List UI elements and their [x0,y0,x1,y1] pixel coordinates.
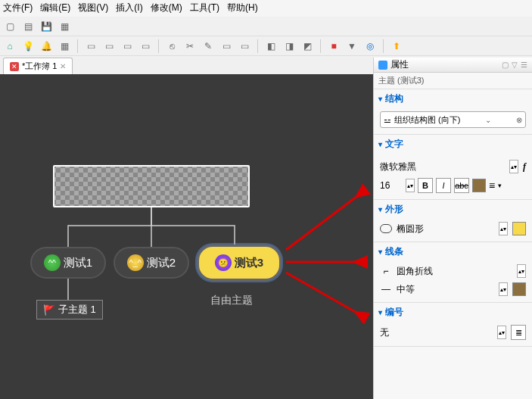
workspace: ^^ 测试1 ^_^ 测试2 😕 测试3 🚩 子主题 1 自由主题 属性 [0,58,532,399]
root-topic[interactable] [53,165,250,207]
target-icon[interactable]: ◎ [363,39,377,53]
connections [0,74,373,399]
panel-menu-icon[interactable]: ☰ [521,61,527,69]
font-name[interactable]: 微软雅黑 [380,161,505,173]
menu-view[interactable]: 视图(V) [78,2,108,15]
shape-value[interactable]: 椭圆形 [397,223,494,235]
i-icon[interactable]: ◩ [300,39,314,53]
save2-icon[interactable]: ▦ [58,20,71,33]
stop-icon[interactable]: ■ [327,39,341,53]
font-size[interactable]: 16 [380,180,403,191]
org-chart-icon: ⚍ [384,115,391,125]
menu-tools[interactable]: 工具(T) [190,2,219,15]
panel-icon [378,61,387,70]
line-style[interactable]: 圆角折线 [397,265,512,278]
bulb-icon[interactable]: 💡 [21,39,35,53]
italic-button[interactable]: I [436,178,451,193]
menu-file[interactable]: 文件(F) [3,2,33,15]
reset-icon[interactable]: ⊗ [516,116,522,124]
linestyle-stepper[interactable]: ▴▾ [517,264,526,278]
numbering-header[interactable]: 编号 [374,303,532,322]
child-topic-1[interactable]: ^^ 测试1 [30,247,106,279]
tab-close-icon[interactable]: ✕ [60,62,66,70]
section-numbering: 编号 无 ▴▾ ≣ [374,303,532,347]
free-topic-label: 自由主题 [210,294,253,307]
chevron-down-icon: ⌄ [485,116,491,124]
section-structure: 结构 ⚍ 组织结构图 (向下) ⌄ ⊗ [374,89,532,135]
polyline-icon: ⌐ [380,267,392,276]
strike-button[interactable]: abc [454,178,469,193]
line-color-swatch[interactable] [512,282,526,296]
new-icon[interactable]: ▢ [3,20,17,33]
flag-icon: 🚩 [43,304,55,316]
shape-stepper[interactable]: ▴▾ [499,222,508,235]
structure-header[interactable]: 结构 [374,89,532,108]
ellipse-icon [380,224,392,233]
c-icon[interactable]: ▭ [120,39,134,53]
panel-min-icon[interactable]: ▢ [502,61,509,69]
align-icon[interactable]: ≡ [489,179,495,192]
line-weight-icon: — [380,285,392,294]
j-icon[interactable]: ▼ [345,39,359,53]
workbook-tab[interactable]: ✕ *工作簿 1 ✕ [3,58,73,74]
size-stepper[interactable]: ▴▾ [406,179,415,192]
font-picker-icon[interactable]: f [523,161,526,173]
numbering-opt-icon[interactable]: ≣ [511,325,526,340]
menu-edit[interactable]: 编辑(E) [40,2,70,15]
properties-panel: 属性 ▢ ▽ ☰ 主题 (测试3) 结构 ⚍ 组织结构图 (向下) ⌄ ⊗ 文字 [373,58,532,399]
panel-subtitle: 主题 (测试3) [374,73,532,89]
section-shape: 外形 椭圆形 ▴▾ [374,200,532,242]
child-topic-3[interactable]: 😕 测试3 [197,245,282,281]
b-icon[interactable]: ▭ [102,39,116,53]
child-topic-2[interactable]: ^_^ 测试2 [114,247,189,279]
fill-color-swatch[interactable] [512,222,526,235]
shape-header[interactable]: 外形 [374,200,532,219]
home-icon[interactable]: ⌂ [3,39,17,53]
grid1-icon[interactable]: ▦ [58,39,71,53]
numbering-stepper[interactable]: ▴▾ [497,326,506,339]
menu-insert[interactable]: 插入(I) [116,2,142,15]
cut-icon[interactable]: ✂ [183,39,197,53]
text-color-swatch[interactable] [472,179,486,192]
toolbar-primary: ▢ ▤ 💾 ▦ [0,17,532,36]
mindmap-canvas[interactable]: ^^ 测试1 ^_^ 测试2 😕 测试3 🚩 子主题 1 自由主题 [0,74,373,399]
f-icon[interactable]: ▭ [238,39,251,53]
panel-header: 属性 ▢ ▽ ☰ [374,58,532,73]
bold-button[interactable]: B [418,178,433,193]
g-icon[interactable]: ◧ [264,39,278,53]
h-icon[interactable]: ◨ [282,39,296,53]
lineweight-stepper[interactable]: ▴▾ [499,282,508,296]
save-icon[interactable]: 💾 [39,20,53,33]
structure-value: 组织结构图 (向下) [394,114,460,126]
align-dd-icon[interactable]: ▾ [498,182,502,189]
emoji-purple-icon: 😕 [215,254,232,271]
tab-x-icon: ✕ [10,62,19,71]
up-arrow-icon[interactable]: ⬆ [390,39,403,53]
structure-dropdown[interactable]: ⚍ 组织结构图 (向下) ⌄ ⊗ [380,111,526,128]
font-stepper[interactable]: ▴▾ [509,160,518,173]
text-header[interactable]: 文字 [374,135,532,154]
svg-line-0 [286,192,363,250]
a-icon[interactable]: ▭ [84,39,98,53]
menu-modify[interactable]: 修改(M) [151,2,182,15]
line-header[interactable]: 线条 [374,242,532,261]
e-icon[interactable]: ▭ [219,39,233,53]
bell-icon[interactable]: 🔔 [39,39,53,53]
subtopic-1[interactable]: 🚩 子主题 1 [36,300,103,320]
tab-title: *工作簿 1 [22,61,57,72]
annotation-arrows [0,74,373,399]
menu-help[interactable]: 帮助(H) [227,2,258,15]
open-icon[interactable]: ▤ [21,20,35,33]
svg-line-2 [286,273,363,316]
toolbar-secondary: ⌂ 💡 🔔 ▦ ▭ ▭ ▭ ▭ ⎋ ✂ ✎ ▭ ▭ ◧ ◨ ◩ ■ ▼ ◎ ⬆ [0,36,532,56]
line-weight[interactable]: 中等 [397,283,494,296]
emoji-green-icon: ^^ [44,254,61,271]
numbering-value[interactable]: 无 [380,326,493,339]
panel-opt-icon[interactable]: ▽ [512,61,518,69]
panel-title: 属性 [390,58,409,71]
child2-label: 测试2 [147,256,176,270]
d-icon[interactable]: ▭ [138,39,152,53]
pen-icon[interactable]: ✎ [201,39,215,53]
tree-icon[interactable]: ⎋ [165,39,179,53]
tab-bar: ✕ *工作簿 1 ✕ [3,58,73,74]
